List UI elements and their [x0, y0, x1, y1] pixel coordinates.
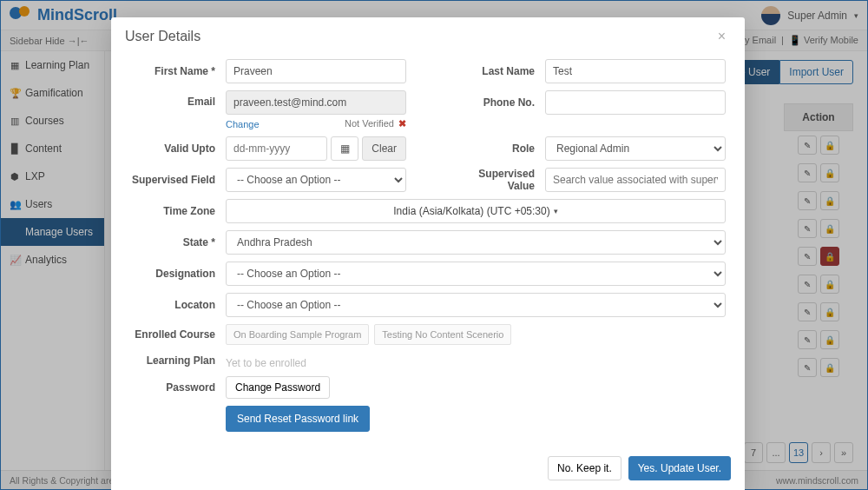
valid-upto-input[interactable] [226, 136, 327, 161]
first-name-label: First Name * [130, 65, 226, 77]
password-label: Password [130, 381, 226, 394]
calendar-icon[interactable]: ▦ [331, 136, 358, 161]
state-select[interactable]: Andhra Pradesh [226, 230, 726, 255]
enrolled-course-chip[interactable]: On Boarding Sample Program [226, 324, 369, 345]
phone-label: Phone No. [450, 96, 545, 109]
supervised-field-label: Supervised Field [130, 174, 226, 186]
modal-footer: No. Keep it. Yes. Update User. [111, 447, 745, 490]
email-input [226, 90, 406, 115]
send-reset-password-button[interactable]: Send Reset Password link [226, 406, 370, 432]
role-label: Role [450, 142, 545, 155]
enrolled-course-label: Enrolled Course [130, 328, 226, 341]
modal-body: First Name * Last Name Email Change Not … [111, 56, 745, 447]
supervised-value-label: Supervised Value [450, 168, 545, 192]
modal-close-button[interactable]: × [713, 28, 731, 45]
change-email-link[interactable]: Change [226, 119, 260, 129]
not-verified-x-icon: ✖ [396, 118, 406, 129]
modal-header: User Details × [111, 17, 745, 56]
learning-plan-label: Learning Plan [130, 354, 226, 367]
clear-date-button[interactable]: Clear [362, 136, 406, 161]
supervised-value-input[interactable] [545, 168, 726, 192]
phone-input[interactable] [545, 90, 726, 115]
first-name-input[interactable] [226, 59, 406, 83]
enrolled-course-chip[interactable]: Testing No Content Scenerio [374, 324, 511, 345]
state-label: State * [130, 236, 226, 248]
last-name-input[interactable] [545, 59, 726, 83]
role-select[interactable]: Regional Admin [545, 136, 726, 161]
designation-label: Designation [130, 268, 226, 280]
email-not-verified-status: Not Verified ✖ [345, 118, 406, 129]
supervised-field-select[interactable]: -- Choose an Option -- [226, 168, 406, 192]
chevron-down-icon: ▾ [554, 207, 558, 215]
last-name-label: Last Name [450, 65, 545, 77]
change-password-button[interactable]: Change Password [226, 376, 330, 399]
timezone-select[interactable]: India (Asia/Kolkata) (UTC +05:30) ▾ [226, 199, 726, 223]
modal-title: User Details [125, 29, 201, 44]
user-details-modal: User Details × First Name * Last Name Em… [111, 17, 745, 490]
email-label: Email [130, 90, 226, 108]
timezone-label: Time Zone [130, 205, 226, 217]
valid-upto-label: Valid Upto [130, 142, 226, 155]
learning-plan-empty: Yet to be enrolled [226, 352, 306, 369]
cancel-button[interactable]: No. Keep it. [548, 456, 621, 480]
update-user-button[interactable]: Yes. Update User. [628, 456, 731, 480]
location-label: Locaton [130, 299, 226, 311]
location-select[interactable]: -- Choose an Option -- [226, 293, 726, 317]
designation-select[interactable]: -- Choose an Option -- [226, 262, 726, 286]
